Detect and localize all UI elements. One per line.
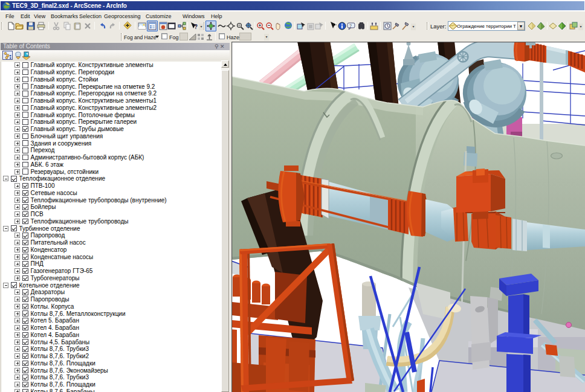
svg-text:?: ? bbox=[349, 24, 352, 28]
svg-text:?: ? bbox=[194, 24, 198, 30]
